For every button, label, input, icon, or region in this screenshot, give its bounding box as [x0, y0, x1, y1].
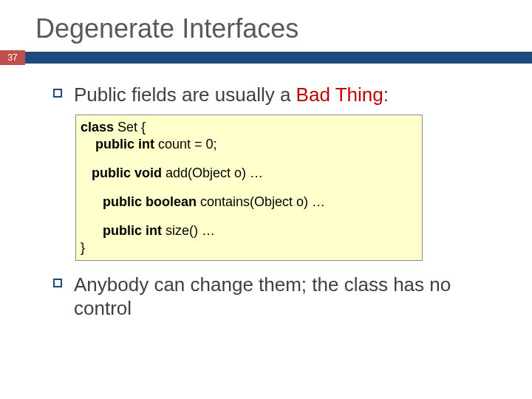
bullet-marker-icon [53, 279, 62, 287]
bullet-text: Public fields are usually a Bad Thing: [74, 83, 389, 107]
code-rest: Set { [114, 120, 146, 134]
code-block: class Set { public int count = 0; public… [75, 115, 423, 261]
slide-body: Public fields are usually a Bad Thing: c… [0, 64, 532, 321]
code-rest: contains(Object o) … [197, 194, 325, 209]
code-line: class Set { [81, 120, 417, 135]
bullet-marker-icon [53, 89, 62, 98]
bullet-item: Public fields are usually a Bad Thing: [53, 83, 502, 107]
bullet-suffix: : [383, 83, 389, 106]
code-line: public void add(Object o) … [81, 166, 417, 181]
code-keyword: public int [95, 137, 154, 151]
code-keyword: class [81, 120, 114, 134]
code-rest: add(Object o) … [162, 166, 263, 180]
slide: Degenerate Interfaces 37 Public fields a… [0, 0, 532, 399]
slide-title: Degenerate Interfaces [0, 0, 532, 52]
bullet-prefix: Public fields are usually a [74, 83, 296, 106]
code-rest: count = 0; [154, 137, 217, 151]
code-keyword: public boolean [103, 194, 197, 209]
bullet-item: Anybody can change them; the class has n… [53, 273, 502, 321]
code-line: public boolean contains(Object o) … [81, 194, 417, 210]
code-keyword: public int [103, 223, 162, 238]
header-band: 37 [0, 52, 532, 64]
bullet-text: Anybody can change them; the class has n… [74, 273, 502, 321]
code-line: } [81, 240, 417, 256]
code-line: public int count = 0; [81, 137, 417, 152]
code-line: public int size() … [81, 223, 417, 239]
code-keyword: public void [92, 166, 162, 180]
bullet-emphasis: Bad Thing [296, 83, 383, 106]
page-number-box: 37 [0, 50, 25, 65]
code-rest: size() … [162, 223, 215, 238]
